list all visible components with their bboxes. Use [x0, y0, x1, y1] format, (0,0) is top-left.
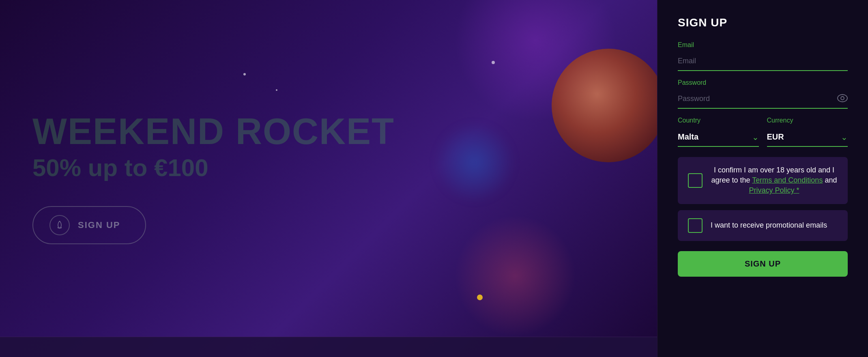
privacy-policy-link[interactable]: Privacy Policy *	[749, 186, 799, 194]
country-currency-row: Country Malta United Kingdom Germany Fra…	[678, 117, 848, 147]
star-decoration	[243, 73, 246, 75]
promo-checkbox-card[interactable]: I want to receive promotional emails	[678, 210, 848, 241]
age-terms-checkbox[interactable]	[688, 173, 703, 188]
terms-conditions-link[interactable]: Terms and Conditions	[752, 176, 823, 184]
password-label: Password	[678, 79, 848, 86]
password-group: Password	[678, 79, 848, 109]
currency-label: Currency	[767, 117, 848, 124]
hero-section: WEEKEND ROCKET 50% up to €100 SIGN UP	[0, 0, 657, 357]
country-group: Country Malta United Kingdom Germany Fra…	[678, 117, 759, 147]
hero-bottom-bar	[0, 337, 657, 357]
email-input[interactable]	[678, 52, 848, 71]
age-terms-text: I confirm I am over 18 years old and I a…	[711, 165, 838, 196]
email-label: Email	[678, 41, 848, 49]
hero-signup-icon	[49, 215, 70, 235]
currency-group: Currency EUR USD GBP ⌄	[767, 117, 848, 147]
promo-text: I want to receive promotional emails	[711, 220, 827, 230]
submit-signup-button[interactable]: SIGN UP	[678, 251, 848, 277]
password-input-wrapper	[678, 90, 848, 109]
email-group: Email	[678, 41, 848, 71]
age-terms-checkbox-card[interactable]: I confirm I am over 18 years old and I a…	[678, 157, 848, 204]
password-input[interactable]	[678, 90, 848, 109]
star-decoration	[492, 61, 495, 64]
hero-title: WEEKEND ROCKET	[32, 113, 625, 150]
blob-decoration-2	[454, 215, 576, 337]
email-input-wrapper	[678, 52, 848, 71]
page-wrapper: WEEKEND ROCKET 50% up to €100 SIGN UP SI…	[0, 0, 868, 357]
dot-indicator	[477, 295, 483, 300]
currency-select[interactable]: EUR USD GBP	[767, 127, 848, 147]
hero-signup-button[interactable]: SIGN UP	[32, 206, 146, 244]
toggle-password-icon[interactable]	[837, 94, 848, 105]
main-content: WEEKEND ROCKET 50% up to €100 SIGN UP SI…	[0, 0, 868, 357]
signup-title: SIGN UP	[678, 16, 848, 29]
hero-subtitle: 50% up to €100	[32, 154, 625, 182]
star-decoration	[276, 89, 277, 91]
country-label: Country	[678, 117, 759, 124]
rocket-icon	[55, 220, 64, 230]
svg-point-1	[841, 97, 844, 100]
svg-point-0	[838, 95, 847, 102]
hero-signup-label: SIGN UP	[78, 220, 120, 230]
country-select[interactable]: Malta United Kingdom Germany France	[678, 127, 759, 147]
currency-select-wrapper: EUR USD GBP ⌄	[767, 127, 848, 147]
country-select-wrapper: Malta United Kingdom Germany France ⌄	[678, 127, 759, 147]
signup-panel: SIGN UP Email Password	[657, 0, 868, 357]
promo-checkbox[interactable]	[688, 218, 703, 233]
